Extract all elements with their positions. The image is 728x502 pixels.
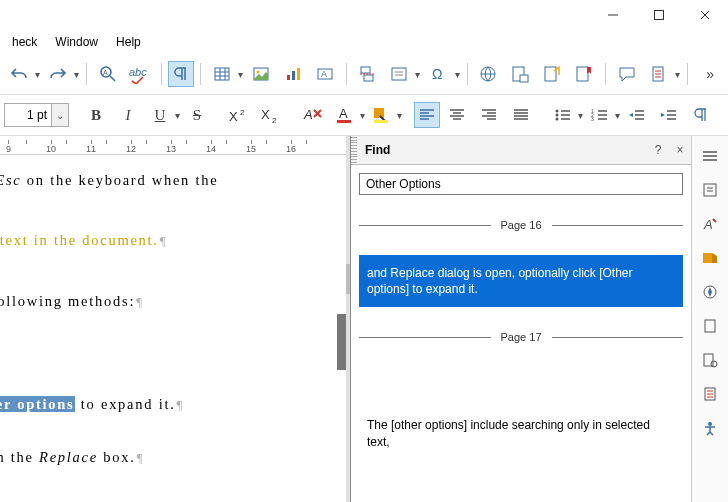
insert-field-button[interactable]: [384, 61, 414, 87]
insert-hyperlink-button[interactable]: [473, 61, 503, 87]
svg-rect-4: [215, 68, 229, 80]
redo-button[interactable]: [43, 61, 73, 87]
sidebar-accessibility-tab[interactable]: [696, 414, 724, 442]
font-size-value: 1 pt: [5, 108, 51, 122]
find-replace-button[interactable]: A: [93, 61, 123, 87]
insert-special-char-dropdown[interactable]: ▾: [454, 61, 461, 87]
highlight-button[interactable]: [367, 102, 397, 128]
svg-rect-29: [374, 108, 384, 118]
align-center-button[interactable]: [442, 102, 472, 128]
highlight-dropdown[interactable]: ▾: [397, 102, 402, 128]
vertical-splitter[interactable]: [346, 136, 350, 502]
font-color-dropdown[interactable]: ▾: [360, 102, 365, 128]
toolbar-overflow-button[interactable]: »: [694, 61, 724, 87]
svg-rect-0: [655, 11, 664, 20]
number-list-button[interactable]: 123: [585, 102, 615, 128]
paragraph-dialog-button[interactable]: [686, 102, 716, 128]
svg-rect-7: [287, 75, 290, 80]
svg-point-32: [556, 114, 559, 117]
formatting-marks-toggle[interactable]: [168, 61, 194, 87]
svg-point-6: [256, 71, 259, 74]
sidebar-settings-button[interactable]: [696, 142, 724, 170]
align-justify-button[interactable]: [506, 102, 536, 128]
panel-grip[interactable]: [351, 136, 357, 164]
increase-indent-button[interactable]: [654, 102, 684, 128]
strikethrough-button[interactable]: S: [182, 102, 212, 128]
font-color-button[interactable]: A: [330, 102, 360, 128]
undo-button[interactable]: [4, 61, 34, 87]
main-area: 910111213141516 e left, or press Esc on …: [0, 136, 728, 502]
svg-rect-28: [337, 120, 351, 123]
clear-formatting-button[interactable]: A: [298, 102, 328, 128]
number-list-dropdown[interactable]: ▾: [615, 102, 620, 128]
redo-dropdown[interactable]: ▾: [73, 61, 80, 87]
svg-rect-14: [392, 68, 406, 80]
find-page-separator: Page 17: [359, 331, 683, 343]
window-minimize-button[interactable]: [590, 0, 636, 30]
panel-collapse-handle[interactable]: [337, 314, 346, 370]
svg-rect-41: [704, 354, 713, 366]
svg-text:A: A: [703, 217, 713, 232]
svg-rect-18: [520, 75, 528, 82]
find-panel: Find ? × Page 16 and Replace dialog is o…: [350, 136, 691, 502]
bullet-list-dropdown[interactable]: ▾: [578, 102, 583, 128]
insert-chart-button[interactable]: [278, 61, 308, 87]
svg-text:Ω: Ω: [432, 66, 442, 82]
insert-pagebreak-button[interactable]: [352, 61, 382, 87]
sidebar-gallery-tab[interactable]: [696, 244, 724, 272]
italic-button[interactable]: I: [113, 102, 143, 128]
font-size-stepper[interactable]: 1 pt ⌄: [4, 103, 69, 127]
window-maximize-button[interactable]: [636, 0, 682, 30]
find-result-selected[interactable]: and Replace dialog is open, optionally c…: [359, 255, 683, 307]
insert-field-dropdown[interactable]: ▾: [414, 61, 421, 87]
ruler-tick: 9: [6, 139, 11, 154]
underline-dropdown[interactable]: ▾: [175, 102, 180, 128]
sidebar-page-tab[interactable]: [696, 312, 724, 340]
subscript-button[interactable]: X2: [256, 102, 286, 128]
sidebar-manage-changes-tab[interactable]: [696, 380, 724, 408]
document-canvas[interactable]: e left, or press Esc on the keyboard whe…: [0, 155, 226, 481]
insert-image-button[interactable]: [246, 61, 276, 87]
sidebar-styles-tab[interactable]: A: [696, 210, 724, 238]
window-close-button[interactable]: [682, 0, 728, 30]
insert-textbox-button[interactable]: A: [310, 61, 340, 87]
menu-window[interactable]: Window: [47, 33, 106, 51]
find-help-button[interactable]: ?: [647, 139, 669, 161]
formatting-toolbar: 1 pt ⌄ B I U ▾ S X2 X2 A A ▾ ▾ ▾ 123 ▾ »: [0, 95, 728, 136]
insert-footnote-button[interactable]: [505, 61, 535, 87]
decrease-indent-button[interactable]: [622, 102, 652, 128]
insert-table-dropdown[interactable]: ▾: [237, 61, 244, 87]
align-left-button[interactable]: [414, 102, 440, 128]
find-result[interactable]: The [other options] include searching on…: [359, 407, 683, 459]
sidebar-navigator-tab[interactable]: [696, 278, 724, 306]
standard-toolbar: ▾ ▾ A abc ▾ A ▾ Ω ▾ ▾ »: [0, 54, 728, 95]
underline-button[interactable]: U: [145, 102, 175, 128]
sidebar-properties-tab[interactable]: [696, 176, 724, 204]
sidebar-style-inspector-tab[interactable]: [696, 346, 724, 374]
insert-special-char-button[interactable]: Ω: [424, 61, 454, 87]
track-changes-dropdown[interactable]: ▾: [674, 61, 681, 87]
svg-rect-13: [364, 75, 373, 81]
find-results: Page 16 and Replace dialog is open, opti…: [359, 219, 683, 460]
bullet-list-button[interactable]: [548, 102, 578, 128]
menu-help[interactable]: Help: [108, 33, 149, 51]
document-column: 910111213141516 e left, or press Esc on …: [0, 136, 346, 502]
horizontal-ruler[interactable]: 910111213141516: [0, 136, 346, 155]
insert-bookmark-button[interactable]: [569, 61, 599, 87]
superscript-button[interactable]: X2: [224, 102, 254, 128]
find-close-button[interactable]: ×: [669, 139, 691, 161]
font-size-dropdown[interactable]: ⌄: [51, 104, 68, 126]
bold-button[interactable]: B: [81, 102, 111, 128]
insert-comment-button[interactable]: [612, 61, 642, 87]
ruler-tick: 14: [206, 139, 216, 154]
undo-dropdown[interactable]: ▾: [34, 61, 41, 87]
svg-text:A: A: [339, 106, 348, 121]
sidebar-tab-strip: A: [691, 136, 728, 502]
insert-table-button[interactable]: [207, 61, 237, 87]
find-search-input[interactable]: [359, 173, 683, 195]
track-changes-button[interactable]: [644, 61, 674, 87]
menu-check[interactable]: heck: [4, 33, 45, 51]
spellcheck-button[interactable]: abc: [125, 61, 155, 87]
insert-endnote-button[interactable]: [537, 61, 567, 87]
align-right-button[interactable]: [474, 102, 504, 128]
